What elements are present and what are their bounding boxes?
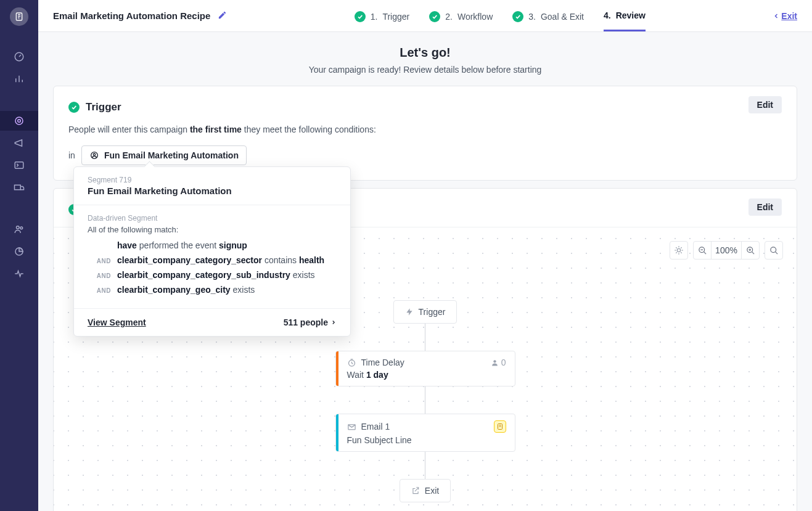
page-title: Email Marketing Automation Recipe (53, 10, 210, 21)
svg-rect-10 (15, 162, 23, 169)
connector (425, 452, 425, 479)
intro-section: Let's go! Your campaign is ready! Review… (38, 32, 812, 86)
segment-chip[interactable]: Fun Email Marketing Automation (81, 145, 247, 165)
svg-point-12 (17, 226, 20, 229)
mail-icon (347, 422, 356, 431)
wizard-steps: 1. Trigger 2. Workflow 3. Goal & Exit 4.… (227, 0, 773, 31)
view-segment-link[interactable]: View Segment (88, 317, 146, 327)
intro-subtext: Your campaign is ready! Review details b… (38, 65, 812, 75)
segment-condition: have performed the event signup (88, 240, 337, 250)
bolt-icon (405, 308, 414, 316)
segment-condition: ANDclearbit_company_category_sector cont… (88, 255, 337, 265)
nav-people-icon[interactable] (0, 219, 38, 239)
svg-line-25 (681, 247, 681, 248)
zoom-in-button[interactable] (741, 241, 760, 260)
nav-campaigns-icon[interactable] (0, 111, 38, 131)
brand-logo[interactable] (10, 7, 28, 26)
svg-rect-11 (15, 185, 21, 190)
canvas-toolbar: 100% (670, 241, 783, 260)
svg-point-13 (20, 227, 23, 229)
segment-people-count[interactable]: 511 people (284, 317, 337, 327)
trigger-title: Trigger (86, 101, 121, 113)
in-label: in (68, 150, 75, 160)
svg-line-27 (703, 251, 706, 254)
svg-point-17 (677, 248, 680, 251)
segment-condition: ANDclearbit_company_category_sub_industr… (88, 270, 337, 280)
side-navigation (0, 0, 38, 511)
svg-line-41 (415, 488, 419, 491)
svg-line-23 (681, 252, 681, 253)
zoom-level: 100% (711, 241, 742, 260)
step-trigger[interactable]: 1. Trigger (355, 0, 410, 31)
check-icon (68, 102, 80, 113)
nav-broadcast-icon[interactable] (0, 133, 38, 153)
nav-analytics-icon[interactable] (0, 69, 38, 89)
segment-match-text: All of the following match: (88, 225, 337, 234)
edit-title-icon[interactable] (218, 10, 227, 22)
toggle-theme-button[interactable] (670, 241, 688, 260)
nav-delivery-icon[interactable] (0, 178, 38, 197)
workflow-edit-button[interactable]: Edit (748, 198, 782, 216)
svg-point-9 (18, 120, 21, 123)
chevron-right-icon (330, 319, 337, 325)
node-exit[interactable]: Exit (400, 479, 451, 502)
step-review[interactable]: 4. Review (604, 0, 646, 31)
intro-heading: Let's go! (38, 46, 812, 60)
svg-line-34 (775, 251, 777, 254)
svg-point-33 (770, 247, 776, 252)
trigger-edit-button[interactable]: Edit (748, 96, 782, 113)
node-trigger[interactable]: Trigger (393, 300, 457, 324)
trigger-card: Edit Trigger People will enter this camp… (53, 86, 797, 181)
nav-activity-icon[interactable] (0, 264, 38, 284)
nav-segments-icon[interactable] (0, 242, 38, 261)
top-bar: Email Marketing Automation Recipe 1. Tri… (38, 0, 812, 32)
exit-link[interactable]: Exit (773, 11, 797, 21)
trigger-description: People will enter this campaign the firs… (68, 125, 782, 134)
step-goal-exit[interactable]: 3. Goal & Exit (512, 0, 584, 31)
node-email[interactable]: Email 1 Fun Subject Line (335, 414, 515, 452)
node-time-delay[interactable]: Time Delay 0 Wait 1 day (335, 351, 515, 386)
delay-count: 0 (491, 358, 506, 367)
person-icon (491, 359, 499, 367)
segment-icon (89, 150, 99, 160)
svg-line-24 (676, 252, 676, 253)
segment-condition: ANDclearbit_company_geo_city exists (88, 285, 337, 295)
segment-id-label: Segment 719 (88, 176, 337, 184)
nav-terminal-icon[interactable] (0, 155, 38, 175)
exit-icon (411, 486, 420, 495)
svg-line-22 (676, 247, 676, 248)
svg-point-16 (93, 153, 95, 155)
svg-line-37 (351, 363, 353, 364)
connector (425, 386, 425, 414)
svg-line-30 (752, 251, 754, 254)
check-icon (512, 11, 523, 22)
svg-point-38 (493, 360, 496, 362)
zoom-fit-button[interactable] (765, 241, 783, 260)
step-workflow[interactable]: 2. Workflow (429, 0, 493, 31)
clock-icon (347, 358, 356, 367)
draft-badge-icon (494, 420, 506, 433)
segment-type: Data-driven Segment (88, 214, 337, 223)
segment-name: Fun Email Marketing Automation (88, 186, 337, 196)
segment-popover: Segment 719 Fun Email Marketing Automati… (73, 166, 351, 337)
svg-point-8 (15, 117, 23, 125)
connector (425, 324, 425, 351)
zoom-out-button[interactable] (693, 241, 712, 260)
check-icon (429, 11, 440, 22)
check-icon (355, 11, 366, 22)
nav-dashboard-icon[interactable] (0, 47, 38, 67)
